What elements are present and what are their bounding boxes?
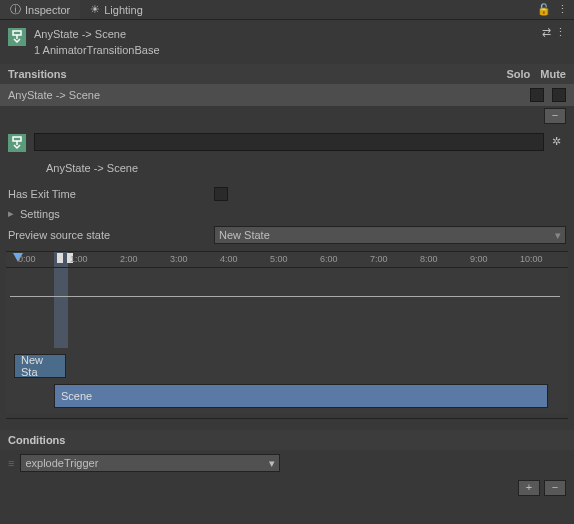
tick-label: 2:00 [120,254,138,264]
preview-dropdown[interactable]: New State ▾ [214,226,566,244]
lock-icon[interactable]: 🔓 [537,3,551,16]
section-label: Transitions [8,68,67,80]
remove-condition-button[interactable]: − [544,480,566,496]
info-icon: ⓘ [10,2,21,17]
menu-icon[interactable]: ⋮ [555,26,566,39]
menu-icon[interactable]: ⋮ [557,3,568,16]
transition-icon [8,134,26,152]
tab-label: Inspector [25,4,70,16]
clip-scene[interactable]: Scene [54,384,548,408]
foldout-icon: ▸ [8,207,14,220]
tick-label: 7:00 [370,254,388,264]
selection-region [54,268,68,348]
tab-lighting[interactable]: ☀ Lighting [80,0,153,19]
tick-label: 9:00 [470,254,488,264]
transitions-header: Transitions Solo Mute [0,64,574,84]
remove-transition-button[interactable]: − [544,108,566,124]
tick-label: 0:00 [18,254,36,264]
transition-icon [8,28,26,46]
drag-handle-icon[interactable]: ≡ [8,457,14,469]
tick-label: 10:00 [520,254,543,264]
clip-tracks: New Sta Scene [6,354,568,414]
tick-label: 3:00 [170,254,188,264]
tick-label: 8:00 [420,254,438,264]
mute-checkbox[interactable] [552,88,566,102]
has-exit-time-row: Has Exit Time [0,184,574,204]
chevron-down-icon: ▾ [269,457,275,470]
asset-subtitle: 1 AnimatorTransitionBase [34,42,534,58]
named-transition-label: AnyState -> Scene [0,158,574,184]
has-exit-time-checkbox[interactable] [214,187,228,201]
blend-chart [6,268,568,348]
tab-bar: ⓘ Inspector ☀ Lighting 🔓 ⋮ [0,0,574,20]
transition-row[interactable]: AnyState -> Scene [0,84,574,106]
tick-label: 1:00 [70,254,88,264]
settings-row[interactable]: ▸ Settings [0,204,574,223]
timeline-ruler[interactable]: 0:00 1:00 2:00 3:00 4:00 5:00 6:00 7:00 … [6,252,568,268]
tab-label: Lighting [104,4,143,16]
clip-new-state[interactable]: New Sta [14,354,66,378]
has-exit-time-label: Has Exit Time [8,188,208,200]
timeline-footer [6,418,568,422]
solo-label: Solo [506,68,530,80]
conditions-header: Conditions [0,430,574,450]
blend-line [10,296,560,297]
solo-checkbox[interactable] [530,88,544,102]
gear-icon[interactable]: ✲ [552,135,566,149]
preview-value: New State [219,229,270,241]
mute-label: Mute [540,68,566,80]
asset-header: AnyState -> Scene 1 AnimatorTransitionBa… [0,20,574,64]
chevron-down-icon: ▾ [555,229,561,242]
asset-title: AnyState -> Scene [34,26,534,42]
tick-label: 6:00 [320,254,338,264]
light-icon: ☀ [90,3,100,16]
tick-label: 4:00 [220,254,238,264]
options-icon[interactable]: ⇄ [542,26,551,39]
condition-dropdown[interactable]: explodeTrigger ▾ [20,454,280,472]
timeline[interactable]: 0:00 1:00 2:00 3:00 4:00 5:00 6:00 7:00 … [6,251,568,414]
tab-inspector[interactable]: ⓘ Inspector [0,0,80,19]
preview-label: Preview source state [8,229,208,241]
name-row: ✲ [0,126,574,158]
transition-name: AnyState -> Scene [8,89,522,101]
condition-value: explodeTrigger [25,457,98,469]
preview-row: Preview source state New State ▾ [0,223,574,247]
settings-label: Settings [20,208,60,220]
condition-row: ≡ explodeTrigger ▾ [0,450,574,476]
name-input[interactable] [34,133,544,151]
tick-label: 5:00 [270,254,288,264]
add-condition-button[interactable]: + [518,480,540,496]
